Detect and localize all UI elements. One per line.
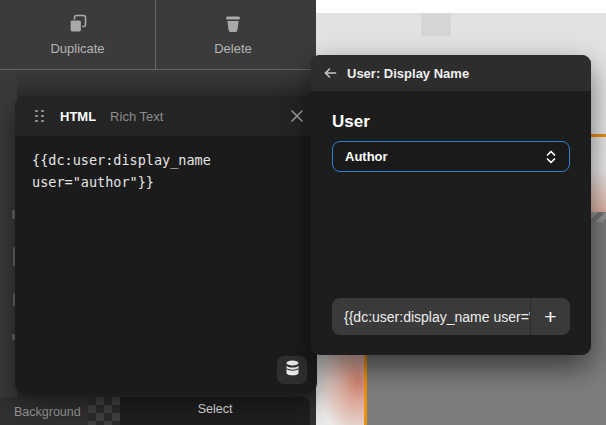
preview-logo-placeholder (421, 13, 451, 36)
trash-icon (223, 14, 243, 34)
app-window: Duplicate Delete Background Select (0, 0, 606, 425)
code-panel-header: HTML Rich Text (15, 96, 317, 136)
tab-rich-text[interactable]: Rich Text (110, 109, 163, 124)
user-display-name-panel: User: Display Name User Author {{dc:user… (311, 55, 591, 355)
user-dropdown-value: Author (345, 149, 388, 164)
tab-html[interactable]: HTML (60, 109, 96, 124)
code-editor[interactable]: {{dc:user:display_name user="author"}} (15, 136, 317, 393)
delete-label: Delete (214, 41, 252, 56)
background-setting-row: Background Select (0, 397, 316, 425)
back-arrow-icon[interactable] (322, 65, 338, 81)
user-dropdown[interactable]: Author (332, 141, 570, 172)
background-select-button[interactable]: Select (120, 397, 310, 425)
background-control: Select (88, 397, 310, 425)
database-icon (285, 360, 300, 380)
duplicate-label: Duplicate (50, 41, 104, 56)
close-icon[interactable] (289, 108, 305, 124)
data-source-button[interactable] (277, 356, 307, 384)
duplicate-icon (68, 14, 88, 34)
duplicate-button[interactable]: Duplicate (0, 0, 155, 69)
select-label: Select (198, 402, 233, 420)
token-field-row: {{dc:user:display_name user="author"}} + (332, 298, 570, 335)
code-block-panel: HTML Rich Text {{dc:user:display_name us… (15, 96, 317, 393)
add-token-button[interactable]: + (530, 298, 570, 335)
block-action-toolbar: Duplicate Delete (0, 0, 316, 70)
code-content[interactable]: {{dc:user:display_name user="author"}} (32, 149, 272, 193)
background-label: Background (14, 405, 81, 419)
user-section-heading: User (332, 112, 370, 132)
preview-top-strip (316, 0, 606, 13)
transparency-swatch[interactable] (88, 397, 120, 425)
plus-icon: + (544, 305, 556, 329)
chevron-updown-icon (544, 149, 558, 165)
panel-title: User: Display Name (347, 66, 469, 81)
user-panel-header: User: Display Name (311, 55, 591, 91)
delete-button[interactable]: Delete (155, 0, 310, 69)
drag-handle-icon[interactable] (33, 109, 46, 124)
token-value-field[interactable]: {{dc:user:display_name user="author"}} (332, 298, 530, 335)
